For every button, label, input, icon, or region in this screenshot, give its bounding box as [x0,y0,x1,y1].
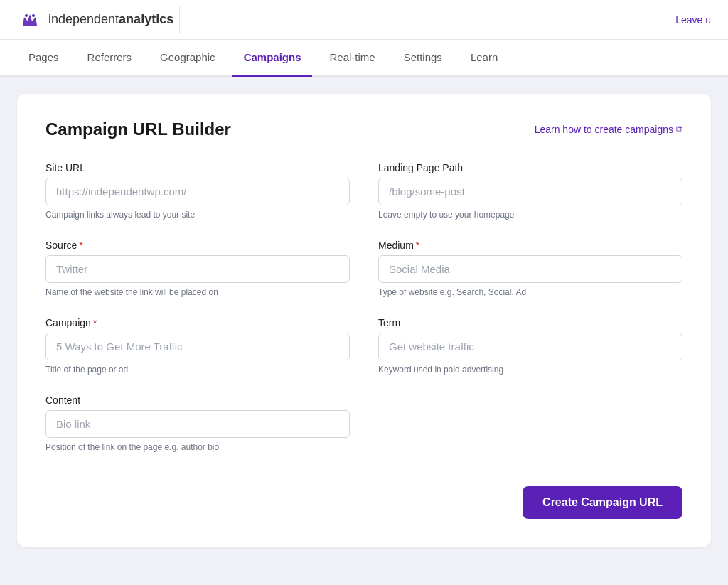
landing-page-input[interactable] [378,178,682,205]
external-link-icon: ⧉ [676,124,682,135]
nav-item-referrers[interactable]: Referrers [76,40,144,77]
logo-text: independentanalytics [48,12,173,27]
nav-item-realtime[interactable]: Real-time [318,40,386,77]
top-bar: independentanalytics Leave u [0,0,728,40]
landing-page-hint: Leave empty to use your homepage [378,210,682,220]
medium-hint: Type of website e.g. Search, Social, Ad [378,287,682,297]
term-input[interactable] [378,333,682,360]
nav-item-learn[interactable]: Learn [459,40,509,77]
nav-bar: Pages Referrers Geographic Campaigns Rea… [0,40,728,77]
site-url-label: Site URL [46,162,350,173]
empty-placeholder [378,395,682,452]
site-url-input[interactable] [46,178,350,205]
term-label: Term [378,317,682,328]
medium-required: * [416,240,419,251]
campaign-hint: Title of the page or ad [46,365,350,375]
learn-campaigns-link[interactable]: Learn how to create campaigns ⧉ [535,124,682,135]
site-url-hint: Campaign links always lead to your site [46,210,350,220]
nav-item-pages[interactable]: Pages [17,40,70,77]
main-content: Campaign URL Builder Learn how to create… [0,77,728,576]
form-group-content: Content Position of the link on the page… [46,395,350,452]
form-group-landing-page: Landing Page Path Leave empty to use you… [378,162,682,220]
create-campaign-url-button[interactable]: Create Campaign URL [523,486,682,519]
content-label: Content [46,395,350,406]
form-group-site-url: Site URL Campaign links always lead to y… [46,162,350,220]
source-hint: Name of the website the link will be pla… [46,287,350,297]
nav-item-settings[interactable]: Settings [392,40,454,77]
nav-item-geographic[interactable]: Geographic [149,40,227,77]
form-group-term: Term Keyword used in paid advertising [378,317,682,375]
page-title: Campaign URL Builder [46,119,231,139]
campaign-url-builder-card: Campaign URL Builder Learn how to create… [17,94,711,547]
term-hint: Keyword used in paid advertising [378,365,682,375]
logo: independentanalytics [17,7,173,33]
content-input[interactable] [46,410,350,438]
header-divider [179,6,180,34]
campaign-label: Campaign* [46,317,350,328]
source-input[interactable] [46,255,350,283]
form-group-medium: Medium* Type of website e.g. Search, Soc… [378,240,682,297]
card-header: Campaign URL Builder Learn how to create… [46,119,682,139]
landing-page-label: Landing Page Path [378,162,682,173]
source-required: * [79,240,82,251]
nav-item-campaigns[interactable]: Campaigns [232,40,313,77]
svg-point-1 [25,14,28,17]
leave-link[interactable]: Leave u [675,14,711,26]
form-group-source: Source* Name of the website the link wil… [46,240,350,297]
medium-input[interactable] [378,255,682,283]
button-row: Create Campaign URL [46,486,682,519]
medium-label: Medium* [378,240,682,251]
svg-point-2 [32,14,35,17]
campaign-required: * [93,317,97,328]
campaign-input[interactable] [46,333,350,360]
logo-icon [17,7,43,33]
content-hint: Position of the link on the page e.g. au… [46,442,350,452]
source-label: Source* [46,240,350,251]
form-group-campaign: Campaign* Title of the page or ad [46,317,350,375]
form-grid: Site URL Campaign links always lead to y… [46,162,682,452]
